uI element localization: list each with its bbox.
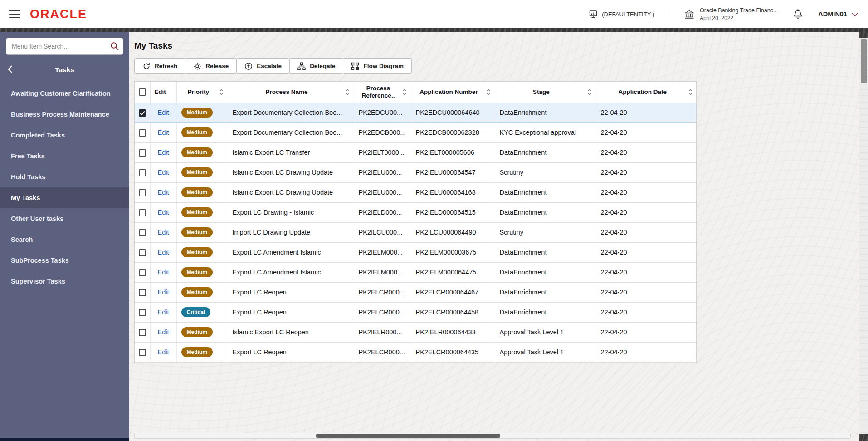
- sidebar-item-supervisor-tasks[interactable]: Supervisor Tasks: [0, 271, 129, 292]
- delegate-icon: [297, 62, 306, 70]
- vertical-scrollbar[interactable]: [859, 32, 868, 441]
- entity-building-icon: [589, 10, 598, 19]
- sort-icon[interactable]: [402, 88, 407, 95]
- row-checkbox[interactable]: [139, 349, 146, 356]
- application-date-cell: 22-04-20: [595, 262, 696, 282]
- user-menu[interactable]: ADMIN01: [818, 10, 859, 18]
- edit-link[interactable]: Edit: [158, 289, 169, 296]
- process-name-cell: Export LC Reopen: [227, 282, 353, 302]
- row-checkbox[interactable]: [139, 109, 146, 117]
- release-label: Release: [205, 63, 229, 69]
- sidebar-item-completed-tasks[interactable]: Completed Tasks: [0, 125, 129, 146]
- sort-icon[interactable]: [587, 88, 592, 95]
- application-number-cell: PK2ELCR000064467: [410, 282, 494, 302]
- delegate-button[interactable]: Delegate: [289, 58, 343, 74]
- horizontal-scrollbar-thumb[interactable]: [316, 434, 500, 438]
- column-header-stage[interactable]: Stage: [494, 82, 595, 103]
- column-header-priority[interactable]: Priority: [176, 82, 227, 103]
- edit-link[interactable]: Edit: [158, 229, 169, 236]
- application-date-cell: 22-04-20: [595, 202, 696, 222]
- row-checkbox[interactable]: [139, 289, 146, 296]
- menu-search-input[interactable]: [6, 38, 123, 55]
- application-date-cell: 22-04-20: [595, 222, 696, 242]
- sort-icon[interactable]: [345, 88, 350, 95]
- process-name-cell: Islamic Export LC Transfer: [227, 142, 353, 162]
- sidebar-item-awaiting-customer-clarification[interactable]: Awaiting Customer Clarification: [0, 83, 129, 104]
- application-date-cell: 22-04-20: [595, 302, 696, 322]
- sidebar-item-hold-tasks[interactable]: Hold Tasks: [0, 167, 129, 187]
- table-row: Edit Medium Export LC Reopen PK2ELCR000.…: [135, 342, 696, 362]
- release-button[interactable]: Release: [185, 58, 237, 74]
- row-checkbox[interactable]: [139, 329, 146, 336]
- edit-link[interactable]: Edit: [158, 129, 169, 136]
- row-checkbox[interactable]: [139, 169, 146, 176]
- sort-icon[interactable]: [688, 88, 693, 95]
- process-reference-cell: PK2IELU000...: [353, 162, 410, 182]
- scrollbar-top-cap: [859, 32, 868, 38]
- entity-selector[interactable]: (DEFAULTENTITY ): [589, 10, 654, 19]
- flow-diagram-button[interactable]: Flow Diagram: [343, 58, 412, 74]
- table-row: Edit Medium Export LC Amendment Islamic …: [135, 262, 696, 282]
- sidebar-item-search[interactable]: Search: [0, 229, 129, 250]
- sidebar: Tasks Awaiting Customer Clarification Bu…: [0, 32, 129, 441]
- sidebar-item-label: My Tasks: [11, 194, 40, 201]
- application-date-cell: 22-04-20: [595, 162, 696, 182]
- row-checkbox[interactable]: [139, 229, 146, 236]
- edit-link[interactable]: Edit: [158, 109, 169, 116]
- sidebar-item-business-process-maintenance[interactable]: Business Process Maintenance: [0, 104, 129, 125]
- edit-link[interactable]: Edit: [158, 189, 169, 196]
- chevron-down-icon: [851, 12, 859, 17]
- sidebar-item-subprocess-tasks[interactable]: SubProcess Tasks: [0, 250, 129, 271]
- stage-cell: DataEnrichment: [494, 142, 595, 162]
- sidebar-item-my-tasks[interactable]: My Tasks: [0, 187, 129, 208]
- table-row: Edit Medium Export Documentary Collectio…: [135, 103, 696, 122]
- application-date-cell: 22-04-20: [595, 103, 696, 122]
- horizontal-scrollbar[interactable]: [134, 433, 851, 439]
- edit-link[interactable]: Edit: [158, 309, 169, 316]
- stage-cell: DataEnrichment: [494, 302, 595, 322]
- edit-link[interactable]: Edit: [158, 209, 169, 216]
- edit-link[interactable]: Edit: [158, 149, 169, 156]
- row-checkbox[interactable]: [139, 269, 146, 276]
- row-checkbox[interactable]: [139, 189, 146, 196]
- row-checkbox[interactable]: [139, 249, 146, 256]
- column-header-process-reference[interactable]: Process Reference..: [353, 82, 410, 103]
- notifications-button[interactable]: [793, 9, 803, 19]
- edit-link[interactable]: Edit: [158, 249, 169, 256]
- bell-icon: [793, 9, 803, 19]
- row-checkbox[interactable]: [139, 309, 146, 316]
- search-icon[interactable]: [110, 41, 119, 51]
- select-all-checkbox[interactable]: [139, 88, 146, 96]
- process-reference-cell: PK2IELM000...: [353, 262, 410, 282]
- edit-link[interactable]: Edit: [158, 169, 169, 176]
- row-checkbox[interactable]: [139, 149, 146, 157]
- priority-badge: Medium: [181, 127, 213, 137]
- sidebar-item-label: Completed Tasks: [11, 132, 65, 139]
- column-header-application-number[interactable]: Application Number: [410, 82, 494, 103]
- edit-link[interactable]: Edit: [158, 269, 169, 276]
- edit-link[interactable]: Edit: [158, 348, 169, 356]
- sort-icon[interactable]: [486, 88, 491, 95]
- row-checkbox[interactable]: [139, 209, 146, 216]
- scrollbar-bottom-cap: [859, 434, 868, 441]
- sort-icon[interactable]: [219, 88, 224, 95]
- bank-icon: [684, 10, 695, 19]
- entity-label: (DEFAULTENTITY ): [602, 11, 654, 18]
- priority-badge: Medium: [181, 247, 213, 257]
- priority-badge: Medium: [181, 187, 213, 197]
- column-header-process-name[interactable]: Process Name: [227, 82, 353, 103]
- refresh-button[interactable]: Refresh: [134, 58, 185, 74]
- sidebar-back-button[interactable]: [7, 65, 13, 74]
- edit-link[interactable]: Edit: [158, 328, 169, 336]
- sidebar-bottom-strip: [0, 438, 129, 441]
- hamburger-menu-button[interactable]: [9, 10, 20, 18]
- column-header-application-date[interactable]: Application Date: [595, 82, 696, 103]
- process-reference-cell: PK2IELD000...: [353, 202, 410, 222]
- sidebar-item-free-tasks[interactable]: Free Tasks: [0, 146, 129, 167]
- table-row: Edit Medium Export LC Drawing - Islamic …: [135, 202, 696, 222]
- row-checkbox[interactable]: [139, 129, 146, 137]
- vertical-scrollbar-thumb[interactable]: [861, 39, 867, 83]
- column-label: Priority: [188, 88, 209, 95]
- sidebar-item-other-user-tasks[interactable]: Other User tasks: [0, 208, 129, 229]
- escalate-button[interactable]: Escalate: [236, 58, 290, 74]
